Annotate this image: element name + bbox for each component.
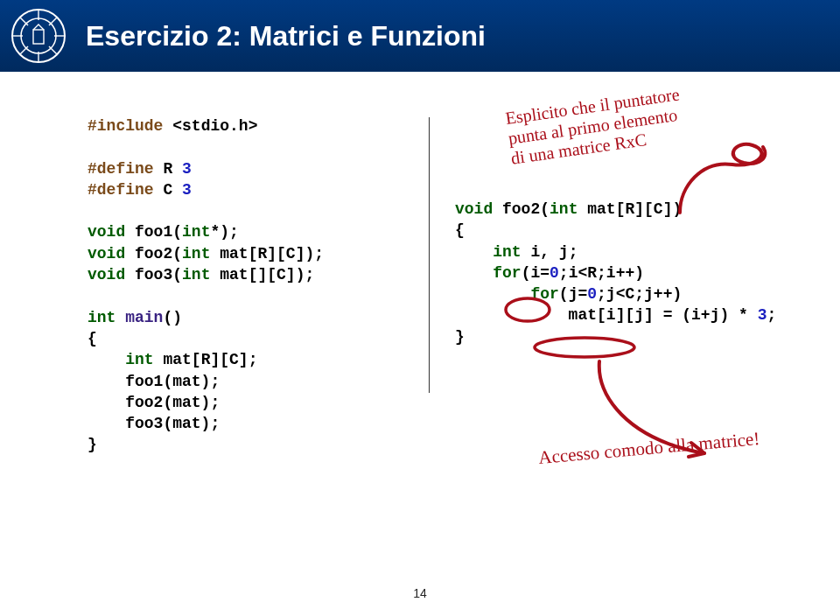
svg-point-12 <box>535 338 634 357</box>
slide-title: Esercizio 2: Matrici e Funzioni <box>86 20 486 52</box>
circle-annotation-for-icon <box>532 335 637 360</box>
slide-body: #include <stdio.h> #define R 3 #define C… <box>0 72 840 456</box>
code-block-right: void foo2(int mat[R][C]) { int i, j; for… <box>455 199 788 347</box>
svg-line-9 <box>49 18 57 25</box>
polimi-logo-icon <box>10 8 66 64</box>
svg-line-8 <box>20 46 28 54</box>
circle-annotation-foo2-icon <box>503 295 552 325</box>
code-right-column: Esplicito che il puntatore punta al prim… <box>420 116 788 456</box>
code-left-column: #include <stdio.h> #define R 3 #define C… <box>88 116 420 456</box>
handwritten-note-top: Esplicito che il puntatore punta al prim… <box>504 84 686 168</box>
page-number: 14 <box>413 586 427 600</box>
code-block-left: #include <stdio.h> #define R 3 #define C… <box>88 116 411 456</box>
swirl-annotation-icon <box>676 138 780 217</box>
slide-header: Esercizio 2: Matrici e Funzioni <box>0 0 840 72</box>
svg-line-6 <box>20 18 28 25</box>
svg-point-11 <box>506 298 550 321</box>
svg-rect-10 <box>33 30 44 44</box>
svg-line-7 <box>49 46 57 54</box>
